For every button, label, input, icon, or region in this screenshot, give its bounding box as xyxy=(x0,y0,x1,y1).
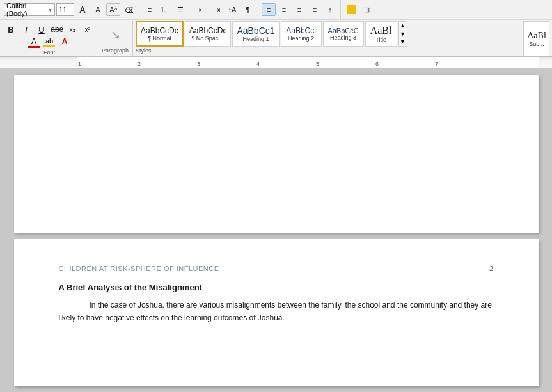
bold-button[interactable]: B xyxy=(4,22,18,36)
section-heading: A Brief Analysis of the Misalignment xyxy=(59,283,494,292)
page-2[interactable]: CHILDREN AT RISK-SPHERE OF INFLUENCE 2 A… xyxy=(14,239,539,386)
svg-text:3: 3 xyxy=(197,61,200,67)
subtitle-style-partial[interactable]: AaBl Sub... xyxy=(524,21,549,56)
text-effects-button[interactable]: A xyxy=(27,36,41,49)
style-h3-preview: AaBbCcC xyxy=(327,27,358,35)
page-1 xyxy=(14,75,539,233)
font-controls-top: B I U abc x₂ x² xyxy=(4,22,95,36)
style-title-label: Title xyxy=(375,36,386,43)
font-name-arrow: ▼ xyxy=(48,8,52,12)
page-number: 2 xyxy=(489,265,494,272)
font-color-button[interactable]: A xyxy=(58,36,72,49)
style-h3-label: Heading 3 xyxy=(330,35,356,41)
ruler-ticks: 1 2 3 4 5 6 7 xyxy=(0,57,552,68)
font-name-dropdown[interactable]: Calibri (Body) ▼ xyxy=(4,3,55,16)
svg-text:1.: 1. xyxy=(161,6,166,13)
line-spacing-button[interactable]: ↕ xyxy=(323,3,337,16)
ruler: 1 2 3 4 5 6 7 xyxy=(0,57,552,68)
paragraph-group-label-wrapper: ↘ Paragraph xyxy=(99,21,133,56)
font-size-input[interactable]: 11 xyxy=(56,3,74,16)
justify-button[interactable]: ≡ xyxy=(308,3,322,16)
font-size-value: 11 xyxy=(59,6,67,13)
multilevel-list-button[interactable]: ☰ xyxy=(173,3,187,16)
underline-letter: U xyxy=(35,24,49,35)
paragraph-group-label: Paragraph xyxy=(102,47,129,55)
style-normal[interactable]: AaBbCcDc ¶ Normal xyxy=(136,21,184,47)
clear-format-button[interactable]: ⌫ xyxy=(122,3,136,16)
page-header: CHILDREN AT RISK-SPHERE OF INFLUENCE 2 xyxy=(59,265,494,272)
superscript-button[interactable]: x² xyxy=(81,23,95,36)
svg-text:5: 5 xyxy=(316,61,319,67)
svg-text:1: 1 xyxy=(78,61,81,67)
svg-text:⌫: ⌫ xyxy=(125,6,133,14)
style-h1-label: Heading 1 xyxy=(242,36,269,42)
styles-group: AaBbCcDc ¶ Normal AaBbCcDc ¶ No Spaci...… xyxy=(133,21,524,56)
styles-group-label: Styles xyxy=(136,47,152,55)
highlight-color-bar xyxy=(43,45,55,47)
divider1 xyxy=(139,0,139,19)
style-heading2[interactable]: AaBbCcl Heading 2 xyxy=(281,21,322,47)
styles-more-btn[interactable]: ▲ ▼ ▼ xyxy=(398,21,407,47)
page-header-title: CHILDREN AT RISK-SPHERE OF INFLUENCE xyxy=(59,265,219,272)
subtitle-preview: AaBl xyxy=(527,31,546,41)
svg-text:2: 2 xyxy=(138,61,141,67)
text-highlight-button[interactable]: ab xyxy=(42,36,56,49)
style-title[interactable]: AaBl Title xyxy=(365,21,397,47)
style-title-preview: AaBl xyxy=(370,25,392,36)
bullets-button[interactable]: ≡ xyxy=(143,3,157,16)
align-left-button[interactable]: ≡ xyxy=(262,3,276,16)
divider4 xyxy=(340,0,341,19)
ribbon-toolbar: Calibri (Body) ▼ 11 A A Aᵃ ⌫ ≡ 1. ☰ ⇤ ⇥ … xyxy=(0,0,552,57)
text-color-bar xyxy=(28,46,40,48)
align-center-button[interactable]: ≡ xyxy=(277,3,291,16)
font-controls-bottom: A ab A xyxy=(27,36,72,49)
style-normal-label: ¶ Normal xyxy=(148,35,171,42)
style-heading1[interactable]: AaBbCc1 Heading 1 xyxy=(232,21,279,47)
styles-list: AaBbCcDc ¶ Normal AaBbCcDc ¶ No Spaci...… xyxy=(136,21,521,47)
style-heading3[interactable]: AaBbCcC Heading 3 xyxy=(323,21,364,47)
italic-button[interactable]: I xyxy=(19,22,33,36)
shading-button[interactable] xyxy=(344,3,358,16)
style-normal-preview: AaBbCcDc xyxy=(141,26,178,35)
divider3 xyxy=(258,0,258,19)
svg-text:4: 4 xyxy=(256,61,260,67)
divider2 xyxy=(191,0,191,19)
change-case-button[interactable]: Aᵃ xyxy=(106,3,120,16)
strikethrough-button[interactable]: abc xyxy=(50,23,64,36)
svg-text:7: 7 xyxy=(435,61,438,67)
borders-button[interactable]: ⊞ xyxy=(359,3,374,16)
svg-text:6: 6 xyxy=(375,61,379,67)
decrease-indent-button[interactable]: ⇤ xyxy=(194,3,209,16)
style-h1-preview: AaBbCc1 xyxy=(237,26,274,36)
toolbar-row1: Calibri (Body) ▼ 11 A A Aᵃ ⌫ ≡ 1. ☰ ⇤ ⇥ … xyxy=(0,0,552,19)
style-h2-label: Heading 2 xyxy=(288,35,314,42)
font-group: B I U abc x₂ x² A ab A xyxy=(3,21,99,56)
align-right-button[interactable]: ≡ xyxy=(292,3,306,16)
font-shrink-button[interactable]: A xyxy=(91,3,105,16)
ruler-track: 1 2 3 4 5 6 7 xyxy=(0,57,552,68)
style-h2-preview: AaBbCcl xyxy=(286,26,316,35)
paragraph-body: In the case of Joshua, there are various… xyxy=(59,299,494,325)
font-group-label: Font xyxy=(43,49,55,57)
subtitle-label: Sub... xyxy=(529,41,544,47)
style-no-spacing[interactable]: AaBbCcDc ¶ No Spaci... xyxy=(185,21,232,47)
paragraph-expand-icon[interactable]: ↘ xyxy=(111,27,120,42)
style-nospace-label: ¶ No Spaci... xyxy=(191,35,224,42)
show-formatting-button[interactable]: ¶ xyxy=(241,3,255,16)
font-name-value: Calibri (Body) xyxy=(6,2,48,17)
increase-indent-button[interactable]: ⇥ xyxy=(210,3,224,16)
underline-button-group[interactable]: U xyxy=(35,24,49,35)
numbering-button[interactable]: 1. xyxy=(158,3,172,16)
style-nospace-preview: AaBbCcDc xyxy=(189,26,227,35)
subscript-button[interactable]: x₂ xyxy=(65,23,79,36)
font-grow-button[interactable]: A xyxy=(75,3,90,16)
sort-button[interactable]: ↕A xyxy=(225,3,239,16)
document-area: CHILDREN AT RISK-SPHERE OF INFLUENCE 2 A… xyxy=(0,68,552,392)
